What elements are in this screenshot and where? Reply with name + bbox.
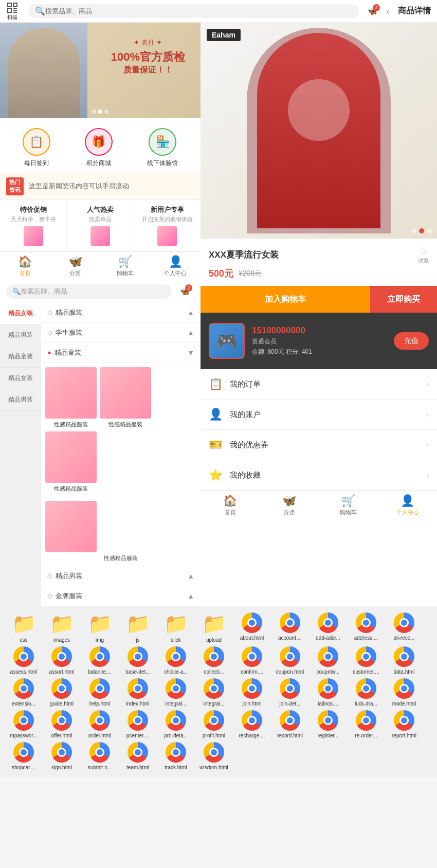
cat-section-clothes[interactable]: ◇ 精品服装 ▲ <box>41 303 201 323</box>
menu-item-favorites[interactable]: ⭐ 我的收藏 › <box>201 460 437 491</box>
html-file-item[interactable]: coupntw... <box>311 646 345 675</box>
quick-item-store[interactable]: 🏪 线下体验馆 <box>147 128 178 168</box>
html-file-item[interactable]: sign.html <box>44 742 79 771</box>
folder-item[interactable]: 📁img <box>82 612 117 643</box>
html-file-item[interactable]: coupon.html <box>272 646 307 675</box>
html-file-item[interactable]: mpasswor... <box>6 710 41 739</box>
html-file-item[interactable]: base-det... <box>120 646 155 675</box>
html-file-item[interactable]: recharge.... <box>234 710 269 739</box>
cat-item-3[interactable]: 性感精品服装 <box>45 431 97 493</box>
html-file-item[interactable]: add-addr... <box>311 612 345 643</box>
html-file-item[interactable]: join.html <box>234 678 269 707</box>
sidebar-item-mens[interactable]: 精品男装 <box>0 324 41 346</box>
html-file-item[interactable]: luck-dra... <box>349 678 384 707</box>
html-file-item[interactable]: register... <box>311 710 345 739</box>
html-file-item[interactable]: about.html <box>234 612 269 643</box>
folder-item[interactable]: 📁images <box>44 612 79 643</box>
html-file-item[interactable]: report.html <box>387 710 422 739</box>
nav-home-left[interactable]: 🏠 首页 <box>0 255 50 277</box>
html-file-item[interactable]: order.html <box>82 710 117 739</box>
menu-item-coupons[interactable]: 🎫 我的优惠券 › <box>201 430 437 460</box>
html-file-item[interactable]: collecti... <box>196 646 231 675</box>
checkin-label: 每日签到 <box>24 159 49 168</box>
cat-section-gold[interactable]: ◇ 金牌服装 ▲ <box>41 586 201 606</box>
html-file-name: re-order... <box>355 733 377 739</box>
html-file-item[interactable]: all-reco... <box>387 612 422 643</box>
quick-item-checkin[interactable]: 📋 每日签到 <box>23 128 50 168</box>
sidebar-item-womens[interactable]: 精品女装 <box>0 303 41 324</box>
category-badge-btn[interactable]: 🦋 2 <box>180 286 190 296</box>
scan-button[interactable]: 扫描 <box>6 2 19 21</box>
html-file-item[interactable]: balance.... <box>82 646 117 675</box>
nav-category-right[interactable]: 🦋 分类 <box>260 494 319 516</box>
buy-now-button[interactable]: 立即购买 <box>370 286 437 313</box>
sidebar-item-mens2[interactable]: 精品男装 <box>0 389 41 411</box>
html-file-item[interactable]: join-det... <box>272 678 307 707</box>
html-file-item[interactable]: mode.html <box>387 678 422 707</box>
html-file-item[interactable]: choice-a... <box>158 646 193 675</box>
checkin-icon: 📋 <box>23 128 50 156</box>
favorite-button[interactable]: ☆ 收藏 <box>418 245 429 264</box>
folder-item[interactable]: 📁js <box>120 612 155 643</box>
html-file-item[interactable]: confirm.... <box>234 646 269 675</box>
cat-item-2[interactable]: 性感精品服装 <box>100 367 151 428</box>
search-bar[interactable]: 🔍 <box>29 4 359 18</box>
html-file-item[interactable]: index.html <box>120 678 155 707</box>
promo-tab-popular[interactable]: 人气热卖 热卖单品 <box>67 200 134 251</box>
html-file-item[interactable]: offer.html <box>44 710 79 739</box>
html-file-item[interactable]: extensio... <box>6 678 41 707</box>
cat-extra-item[interactable]: 性感精品服装 <box>41 497 201 566</box>
menu-item-orders[interactable]: 📋 我的订单 › <box>201 369 437 400</box>
html-file-item[interactable]: integral... <box>158 678 193 707</box>
sidebar-item-kids[interactable]: 精品童装 <box>0 346 41 368</box>
html-file-item[interactable]: help.html <box>82 678 117 707</box>
category-search-input[interactable]: 🔍 搜索品牌、商品 <box>6 284 172 299</box>
nav-profile-left[interactable]: 👤 个人中心 <box>151 255 201 277</box>
cat-section-mens[interactable]: ◇ 精品男装 ▲ <box>41 566 201 586</box>
html-file-item[interactable]: pro-deta... <box>158 710 193 739</box>
nav-home-right[interactable]: 🏠 首页 <box>201 494 260 516</box>
promo-tab-newuser[interactable]: 新用户专享 开启完美的购物体验 <box>134 200 201 251</box>
recharge-button[interactable]: 充值 <box>394 332 429 350</box>
menu-item-account[interactable]: 👤 我的账户 › <box>201 400 437 430</box>
html-file-item[interactable]: assess.html <box>6 646 41 675</box>
back-button[interactable]: ‹ <box>386 5 390 17</box>
html-file-item[interactable]: assort.html <box>44 646 79 675</box>
nav-cart-right[interactable]: 🛒 购物车 <box>319 494 378 516</box>
html-file-item[interactable]: profit.html <box>196 710 231 739</box>
folder-item[interactable]: 📁css <box>6 612 41 643</box>
html-file-item[interactable]: guide.html <box>44 678 79 707</box>
html-file-item[interactable]: pcenter.... <box>120 710 155 739</box>
chrome-icon <box>356 678 376 699</box>
html-file-item[interactable]: address.... <box>349 612 384 643</box>
html-file-item[interactable]: integral... <box>196 678 231 707</box>
promo-tab-sale[interactable]: 特价促销 天天特价，爽不停 <box>0 200 67 251</box>
nav-category-left[interactable]: 🦋 分类 <box>50 255 101 277</box>
add-to-cart-button[interactable]: 加入购物车 <box>201 286 370 313</box>
cat-item-1[interactable]: 性感精品服装 <box>45 367 97 428</box>
html-file-item[interactable]: track.html <box>158 742 193 771</box>
html-file-item[interactable]: shopcar.... <box>6 742 41 771</box>
html-file-item[interactable]: latinos.... <box>311 678 345 707</box>
cat-section-kids[interactable]: ● 精品童装 ▼ <box>41 343 201 363</box>
html-file-item[interactable]: submit-o... <box>82 742 117 771</box>
html-file-name: help.html <box>89 701 111 707</box>
html-file-name: profit.html <box>203 733 225 739</box>
html-file-item[interactable]: record.html <box>272 710 307 739</box>
sidebar-item-womens2[interactable]: 精品女装 <box>0 368 41 389</box>
folder-item[interactable]: 📁upload <box>196 612 231 643</box>
category-nav-button[interactable]: 🦋 2 <box>368 6 378 16</box>
nav-profile-right[interactable]: 👤 个人中心 <box>378 494 437 516</box>
html-file-item[interactable]: account.... <box>272 612 307 643</box>
folder-item[interactable]: 📁slick <box>158 612 193 643</box>
html-file-item[interactable]: wisdom.html <box>196 742 231 771</box>
html-file-item[interactable]: team.html <box>120 742 155 771</box>
nav-cart-left[interactable]: 🛒 购物车 <box>100 255 151 277</box>
html-file-name: base-det... <box>125 669 150 675</box>
search-input[interactable] <box>45 7 353 15</box>
quick-item-points[interactable]: 🎁 积分商城 <box>85 128 113 168</box>
html-file-item[interactable]: customer.... <box>349 646 384 675</box>
cat-section-student[interactable]: ◇ 学生服装 ▲ <box>41 323 201 343</box>
html-file-item[interactable]: data.html <box>387 646 422 675</box>
html-file-item[interactable]: re-order... <box>349 710 384 739</box>
